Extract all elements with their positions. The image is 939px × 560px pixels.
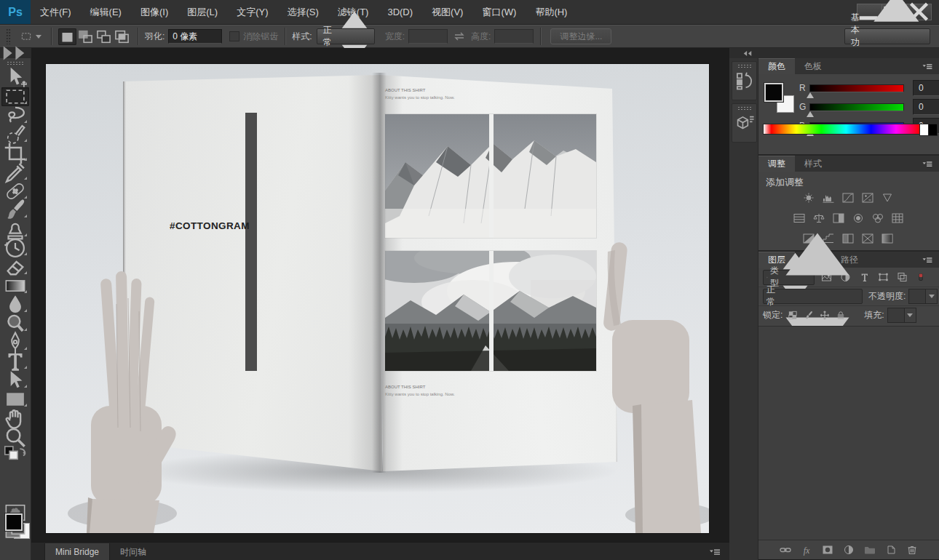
caption-top-line2: Kitty wants you to stop talking. Now. <box>385 95 455 102</box>
lock-all-icon[interactable] <box>835 310 847 321</box>
history-panel-button[interactable] <box>732 61 757 100</box>
intersect-selection-button[interactable] <box>113 28 131 45</box>
curves-icon[interactable] <box>841 192 855 204</box>
dock-header <box>729 48 939 59</box>
feather-input[interactable] <box>168 29 222 44</box>
tab-swatches[interactable]: 色板 <box>795 58 831 74</box>
green-slider[interactable] <box>809 103 904 111</box>
lock-image-icon[interactable] <box>803 310 815 321</box>
layer-style-icon[interactable]: fx <box>800 544 813 556</box>
green-slider-thumb[interactable] <box>807 111 814 117</box>
fill-caret[interactable] <box>904 308 916 322</box>
foreground-color-swatch[interactable] <box>764 83 783 102</box>
gradient-map-icon[interactable] <box>880 233 895 244</box>
collapse-toolbar-icon[interactable] <box>0 44 28 62</box>
separator <box>285 28 285 45</box>
document-image[interactable]: #COTTONGRAM ABOUT THIS SHIRT Kitty wants… <box>46 64 709 533</box>
new-selection-button[interactable] <box>58 28 76 45</box>
tab-timeline[interactable]: 时间轴 <box>110 543 156 560</box>
left-page-vertical-bar <box>245 113 257 371</box>
menu-help[interactable]: 帮助(H) <box>526 0 577 24</box>
color-spectrum-ramp[interactable] <box>763 124 920 135</box>
blend-mode-dropdown[interactable]: 正常 <box>763 289 863 304</box>
default-swap-colors[interactable] <box>1 447 29 463</box>
tab-color[interactable]: 颜色 <box>758 58 795 74</box>
expand-panels-icon[interactable] <box>742 50 753 57</box>
tab-adjustments[interactable]: 调整 <box>758 156 795 172</box>
red-slider[interactable] <box>809 84 904 92</box>
swap-width-height-icon[interactable] <box>452 31 467 42</box>
fill-dropdown[interactable] <box>887 308 916 323</box>
panel-menu-icon[interactable] <box>922 63 933 71</box>
canvas-area[interactable]: #COTTONGRAM ABOUT THIS SHIRT Kitty wants… <box>31 48 729 542</box>
filter-smart-object-icon[interactable] <box>895 271 909 283</box>
tab-styles[interactable]: 样式 <box>795 156 831 172</box>
blend-mode-value: 正常 <box>766 284 775 308</box>
link-layers-icon[interactable] <box>779 544 792 556</box>
green-value[interactable]: 0 <box>913 99 939 115</box>
opacity-caret[interactable] <box>925 289 937 303</box>
width-input[interactable] <box>408 29 448 44</box>
chevron-down-icon <box>929 295 935 298</box>
new-group-icon[interactable] <box>863 544 876 556</box>
panel-menu-icon[interactable] <box>709 548 721 556</box>
levels-icon[interactable] <box>821 192 836 204</box>
filter-shape-icon[interactable] <box>876 271 890 283</box>
selective-color-icon[interactable] <box>860 233 875 244</box>
fill-label: 填充: <box>864 309 884 321</box>
layers-list[interactable] <box>758 326 939 540</box>
height-input[interactable] <box>494 29 534 44</box>
vibrance-icon[interactable] <box>880 192 895 204</box>
caption-bottom-line2: Kitty wants you to stop talking. Now. <box>385 391 455 399</box>
red-slider-thumb[interactable] <box>807 92 814 98</box>
subtract-selection-button[interactable] <box>95 28 113 45</box>
tab-mini-bridge[interactable]: Mini Bridge <box>44 543 110 560</box>
height-label: 高度: <box>471 31 491 43</box>
blend-mode-row: 正常 不透明度: <box>758 287 939 306</box>
menu-type[interactable]: 文字(Y) <box>227 0 277 24</box>
brightness-contrast-icon[interactable] <box>801 192 816 204</box>
channel-mixer-icon[interactable] <box>871 212 885 224</box>
new-layer-icon[interactable] <box>884 544 898 556</box>
workspace-switcher[interactable]: 基本功能 <box>844 28 930 44</box>
marquee-tool-icon <box>20 30 33 43</box>
svg-text:fx: fx <box>804 545 810 556</box>
refine-edge-button[interactable]: 调整边缘... <box>550 28 611 44</box>
style-dropdown[interactable]: 正常 <box>317 28 375 44</box>
opacity-value <box>909 289 925 303</box>
menu-edit[interactable]: 编辑(E) <box>81 0 131 24</box>
exposure-icon[interactable] <box>860 192 875 204</box>
delete-layer-icon[interactable] <box>906 544 919 556</box>
3d-panel-button[interactable] <box>732 103 757 143</box>
photo-grid-bottom <box>385 251 596 371</box>
foreground-color-swatch[interactable] <box>5 513 23 531</box>
menu-layer[interactable]: 图层(L) <box>178 0 227 24</box>
menu-select[interactable]: 选择(S) <box>277 0 328 24</box>
lock-transparent-icon[interactable] <box>787 310 799 321</box>
history-icon <box>732 69 756 93</box>
spectrum-black-swatch[interactable] <box>928 124 938 136</box>
red-value[interactable]: 0 <box>913 80 939 96</box>
menu-view[interactable]: 视图(V) <box>422 0 472 24</box>
lock-row: 锁定: 填充: <box>758 305 939 324</box>
menu-3d[interactable]: 3D(D) <box>378 0 422 24</box>
caption-bottom-line1: ABOUT THIS SHIRT <box>385 384 455 391</box>
menu-file[interactable]: 文件(F) <box>31 0 81 24</box>
panel-menu-icon[interactable] <box>922 256 933 264</box>
panel-menu-icon[interactable] <box>922 160 933 168</box>
layer-mask-icon[interactable] <box>821 544 834 556</box>
separator <box>540 28 541 45</box>
color-lookup-icon[interactable] <box>890 212 905 224</box>
add-selection-button[interactable] <box>76 28 95 45</box>
lock-position-icon[interactable] <box>819 310 831 321</box>
magazine-right-page: ABOUT THIS SHIRT Kitty wants you to stop… <box>378 71 619 476</box>
photoshop-logo: Ps <box>0 0 31 24</box>
magazine-left-page: #COTTONGRAM <box>123 75 382 475</box>
adjustment-layer-icon[interactable] <box>842 544 855 556</box>
opacity-dropdown[interactable] <box>908 289 938 304</box>
tool-preset-picker[interactable] <box>17 28 44 44</box>
menu-window[interactable]: 窗口(W) <box>472 0 526 24</box>
menu-image[interactable]: 图像(I) <box>131 0 178 24</box>
antialias-checkbox[interactable] <box>229 31 239 41</box>
filter-switch-icon[interactable] <box>916 271 925 283</box>
